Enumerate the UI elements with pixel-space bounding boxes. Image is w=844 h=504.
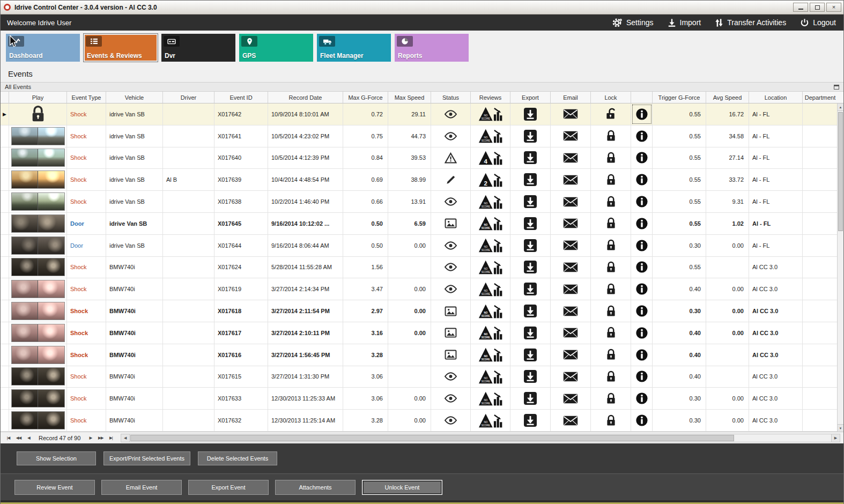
play-cell[interactable]	[9, 344, 67, 366]
column-header-driver[interactable]: Driver	[163, 92, 214, 103]
play-cell[interactable]	[9, 300, 67, 322]
play-cell[interactable]	[9, 366, 67, 388]
reviews-cell[interactable]: NOSCORE	[471, 366, 510, 388]
event-thumbnail[interactable]	[11, 324, 65, 342]
reviews-cell[interactable]: NOSCORE	[471, 235, 510, 256]
review-score-icon[interactable]: 2	[478, 172, 502, 188]
review-score-icon[interactable]: NOSCORE	[478, 260, 502, 275]
lock-cell[interactable]	[591, 235, 631, 256]
prev-record-button[interactable]: ◀	[24, 434, 33, 442]
event-row[interactable]: ShockBMW740iX0176245/28/2014 11:55:28 AM…	[1, 257, 843, 279]
info-cell[interactable]	[631, 410, 653, 431]
info-icon[interactable]	[635, 261, 648, 273]
lock-icon[interactable]	[606, 239, 616, 251]
export-cell[interactable]	[510, 344, 551, 366]
export-event-button[interactable]: Export Event	[188, 480, 269, 495]
play-cell[interactable]	[9, 125, 67, 147]
email-icon[interactable]	[563, 350, 578, 360]
review-score-icon[interactable]: NOSCORE	[478, 347, 502, 362]
info-icon[interactable]	[635, 283, 648, 295]
lock-cell[interactable]	[591, 191, 631, 212]
email-cell[interactable]	[551, 257, 591, 278]
lock-icon[interactable]	[606, 305, 616, 317]
column-header-department[interactable]: Department	[803, 92, 838, 103]
column-header-vehicle[interactable]: Vehicle	[106, 92, 163, 103]
email-cell[interactable]	[551, 366, 591, 388]
reviews-cell[interactable]: NOSCORE	[471, 344, 510, 366]
reviews-cell[interactable]: NOSCORE	[471, 103, 510, 125]
info-cell[interactable]	[631, 191, 653, 212]
play-cell[interactable]	[9, 103, 67, 125]
info-icon[interactable]	[635, 239, 648, 252]
play-cell[interactable]	[9, 388, 67, 409]
reviews-cell[interactable]: NOSCORE	[471, 125, 510, 147]
info-cell[interactable]	[631, 213, 653, 234]
info-cell[interactable]	[631, 147, 653, 169]
export-cell[interactable]	[510, 169, 551, 190]
event-row[interactable]: ShockBMW740iX0176173/27/2014 2:10:11 PM3…	[1, 322, 843, 344]
play-cell[interactable]	[9, 322, 67, 344]
show-selection-button[interactable]: Show Selection	[17, 451, 96, 465]
column-header-avg-speed[interactable]: Avg Speed	[706, 92, 749, 103]
info-cell[interactable]	[631, 169, 653, 190]
export-cell[interactable]	[510, 322, 551, 344]
export-icon[interactable]	[523, 326, 537, 340]
tile-fleet-manager[interactable]: Fleet Manager	[317, 34, 391, 62]
event-row[interactable]: ShockBMW740iX01763312/30/2013 11:25:33 A…	[1, 388, 843, 410]
email-icon[interactable]	[563, 284, 578, 294]
email-icon[interactable]	[563, 131, 578, 141]
lock-icon[interactable]	[606, 174, 616, 186]
event-thumbnail[interactable]	[11, 236, 65, 255]
export-icon[interactable]	[523, 217, 537, 231]
email-cell[interactable]	[551, 103, 591, 125]
info-icon[interactable]	[635, 305, 648, 317]
export-icon[interactable]	[523, 151, 537, 165]
email-cell[interactable]	[551, 344, 591, 366]
export-icon[interactable]	[523, 107, 537, 121]
lock-icon[interactable]	[606, 261, 616, 273]
event-row[interactable]: ShockBMW740iX0176193/27/2014 2:14:34 PM3…	[1, 278, 843, 300]
lock-icon[interactable]	[606, 414, 616, 427]
email-cell[interactable]	[551, 169, 591, 190]
column-header-lock[interactable]: Lock	[591, 92, 631, 103]
play-cell[interactable]	[9, 410, 67, 431]
info-icon[interactable]	[635, 349, 648, 361]
review-score-icon[interactable]: NOSCORE	[478, 325, 502, 340]
email-icon[interactable]	[563, 109, 578, 119]
info-cell[interactable]	[631, 103, 653, 125]
export-icon[interactable]	[523, 195, 537, 209]
tile-events-reviews[interactable]: Events & Reviews	[84, 34, 158, 62]
tile-gps[interactable]: GPS	[239, 34, 313, 62]
event-row[interactable]: Shockidrive Van SBX01764010/5/2014 4:12:…	[1, 147, 843, 169]
info-icon[interactable]	[635, 130, 648, 143]
email-cell[interactable]	[551, 322, 591, 344]
review-score-icon[interactable]: NOSCORE	[478, 128, 502, 144]
event-thumbnail[interactable]	[11, 192, 65, 211]
expand-icon[interactable]	[834, 85, 839, 90]
play-cell[interactable]	[9, 235, 67, 256]
column-header-max-g-force[interactable]: Max G-Force	[343, 92, 388, 103]
lock-cell[interactable]	[591, 344, 631, 366]
email-cell[interactable]	[551, 278, 591, 300]
reviews-cell[interactable]: NOSCORE	[471, 278, 510, 300]
email-icon[interactable]	[563, 262, 578, 272]
info-cell[interactable]	[631, 322, 653, 344]
export-cell[interactable]	[510, 147, 551, 169]
event-thumbnail[interactable]	[11, 127, 65, 145]
lock-cell[interactable]	[591, 278, 631, 300]
reviews-cell[interactable]: NOSCORE	[471, 410, 510, 431]
export-icon[interactable]	[523, 239, 537, 253]
column-header-location[interactable]: Location	[749, 92, 803, 103]
lock-cell[interactable]	[591, 169, 631, 190]
email-icon[interactable]	[563, 372, 578, 382]
info-icon[interactable]	[635, 327, 648, 339]
email-event-button[interactable]: Email Event	[101, 480, 182, 495]
export-icon[interactable]	[523, 260, 537, 274]
event-row[interactable]: ShockBMW740iX0176163/27/2014 1:56:45 PM3…	[1, 344, 843, 366]
lock-cell[interactable]	[591, 125, 631, 147]
lock-icon[interactable]	[606, 196, 616, 208]
reviews-cell[interactable]: NOSCORE	[471, 388, 510, 409]
review-score-icon[interactable]: NOSCORE	[478, 106, 502, 122]
group-header[interactable]: All Events	[1, 82, 843, 92]
play-cell[interactable]	[9, 147, 67, 169]
